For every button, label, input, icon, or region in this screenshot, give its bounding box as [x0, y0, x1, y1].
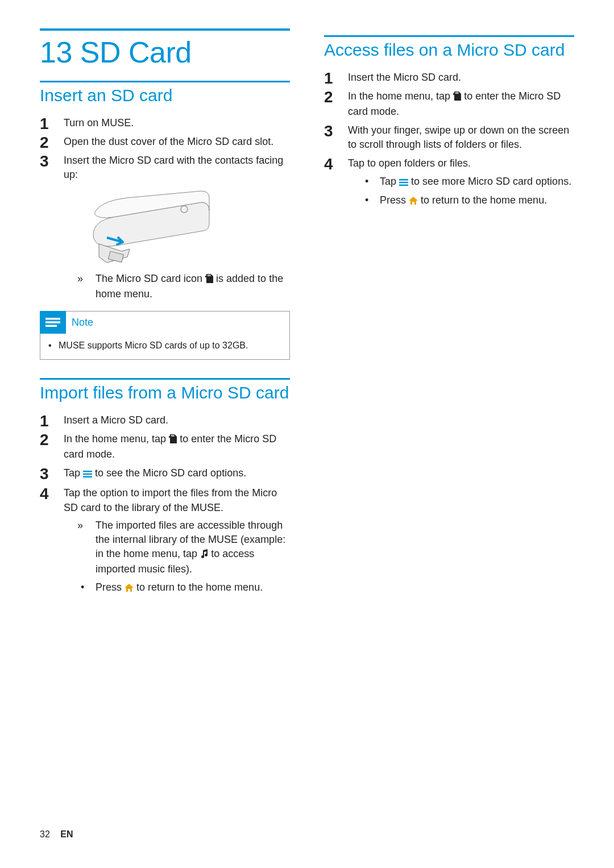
step-item: Insert the Micro SD card with the contac… [40, 153, 290, 302]
section-divider [324, 35, 574, 37]
step-item: Open the dust cover of the Micro SD card… [40, 135, 290, 149]
svg-rect-18 [399, 181, 408, 183]
section-title-import: Import files from a Micro SD card [40, 383, 290, 403]
section-divider [40, 81, 290, 82]
svg-rect-9 [172, 435, 173, 437]
svg-rect-19 [399, 184, 408, 186]
import-steps: Insert a Micro SD card. In the home menu… [40, 413, 290, 596]
home-icon [409, 194, 418, 209]
step-item: In the home menu, tap to enter the Micro… [324, 89, 574, 119]
step-item: In the home menu, tap to enter the Micro… [40, 432, 290, 462]
section-title-insert: Insert an SD card [40, 86, 290, 106]
chapter-title: 13 SD Card [40, 35, 290, 69]
step-item: Tap the option to import the files from … [40, 486, 290, 595]
page-language: EN [60, 829, 73, 839]
note-icon [40, 311, 66, 334]
menu-icon [399, 176, 408, 190]
note-label: Note [72, 313, 93, 332]
note-header: Note [40, 312, 289, 334]
svg-rect-7 [45, 325, 57, 327]
svg-rect-16 [458, 92, 458, 94]
svg-rect-4 [210, 275, 210, 276]
svg-rect-15 [457, 92, 457, 94]
left-column: 13 SD Card Insert an SD card Turn on MUS… [40, 28, 290, 600]
step-item: Insert the Micro SD card. [324, 70, 574, 85]
substep-item: Tap to see more Micro SD card options. [348, 175, 574, 190]
step-item: With your finger, swipe up or down on th… [324, 123, 574, 152]
page-number: 32 [40, 829, 50, 839]
note-bullet: MUSE supports Micro SD cards of up to 32… [48, 339, 281, 352]
menu-icon [83, 467, 92, 481]
sd-card-icon [169, 433, 177, 447]
step-item: Tap to open folders or files. Tap to see… [324, 156, 574, 209]
svg-rect-12 [83, 474, 92, 475]
step-item: Tap to see the Micro SD card options. [40, 466, 290, 481]
step-item: Insert a Micro SD card. [40, 413, 290, 427]
insert-steps: Turn on MUSE. Open the dust cover of the… [40, 116, 290, 302]
note-body: MUSE supports Micro SD cards of up to 32… [40, 334, 289, 360]
substep-item: Press to return to the home menu. [348, 193, 574, 209]
substep-item: The imported files are accessible throug… [64, 518, 290, 577]
home-icon [125, 582, 134, 596]
substep-item: The Micro SD card icon is added to the h… [64, 272, 290, 301]
step-item: Turn on MUSE. [40, 116, 290, 130]
page-footer: 32 EN [40, 829, 73, 840]
right-column: Access files on a Micro SD card Insert t… [324, 28, 574, 600]
svg-rect-8 [171, 435, 172, 437]
svg-rect-17 [399, 179, 408, 181]
sd-card-icon [205, 273, 213, 287]
access-steps: Insert the Micro SD card. In the home me… [324, 70, 574, 209]
sd-card-insert-illustration [88, 190, 213, 264]
svg-rect-14 [455, 92, 456, 94]
svg-rect-3 [209, 275, 209, 276]
section-divider [40, 378, 290, 380]
svg-rect-5 [45, 318, 60, 320]
sd-card-icon [453, 90, 461, 105]
music-note-icon [200, 548, 208, 562]
substep-item: Press to return to the home menu. [64, 580, 290, 596]
chapter-divider [40, 28, 290, 31]
svg-rect-10 [173, 435, 174, 437]
svg-rect-13 [83, 476, 92, 478]
note-box: Note MUSE supports Micro SD cards of up … [40, 311, 290, 360]
svg-rect-2 [208, 275, 208, 276]
svg-rect-11 [83, 471, 92, 472]
svg-rect-6 [45, 321, 60, 323]
section-title-access: Access files on a Micro SD card [324, 40, 574, 60]
